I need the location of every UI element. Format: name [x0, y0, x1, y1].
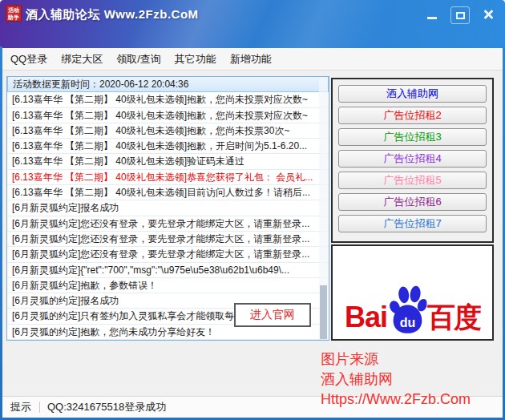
window-controls — [423, 6, 497, 24]
note-line-source: 图片来源 — [321, 349, 471, 370]
baidu-paw-icon: du — [388, 285, 426, 335]
list-item[interactable]: [6.13嘉年华 【第二期】 40级礼包未选领]抱歉，您尚未投票30次~ — [7, 123, 329, 139]
ad-button-slot-7[interactable]: 广告位招租7 — [338, 215, 487, 232]
maximize-button[interactable] — [450, 6, 470, 24]
app-window: 活动 助手 酒入辅助论坛 Www.2Fzb.CoM QQ登录 绑定大区 领取/查… — [0, 0, 505, 420]
menu-item-other-functions[interactable]: 其它功能 — [175, 52, 216, 67]
scrollbar-thumb[interactable] — [320, 285, 327, 339]
status-divider — [39, 402, 40, 413]
minimize-icon — [427, 17, 437, 19]
maximize-icon — [456, 12, 465, 19]
list-item[interactable]: [6.13嘉年华 【第二期】 40级礼包未选领]抱歉，您尚未投票对应次数~ — [7, 108, 329, 123]
baidu-ad-box[interactable]: Bai du 百度 — [331, 244, 494, 341]
menu-item-claim-query[interactable]: 领取/查询 — [116, 52, 161, 67]
menu-item-bind-region[interactable]: 绑定大区 — [61, 52, 103, 67]
note-line-url: Https://Www.2Fzb.Com — [321, 390, 471, 410]
enter-official-site-button[interactable]: 进入官网 — [234, 303, 311, 327]
vertical-scrollbar[interactable] — [319, 78, 328, 339]
window-frame-left — [0, 46, 2, 420]
close-icon — [483, 9, 494, 20]
baidu-logo-text-cn: 百度 — [427, 301, 480, 333]
app-icon: 活动 助手 — [6, 5, 22, 22]
ad-button-slot-4[interactable]: 广告位招租4 — [338, 150, 487, 168]
image-source-note: 图片来源 酒入辅助网 Https://Www.2Fzb.Com — [321, 349, 471, 410]
list-item[interactable]: [6.13嘉年华 【第二期】 40级礼包未选领]抱歉，您尚未投票对应次数~ — [7, 92, 329, 107]
title-bar: 活动 助手 酒入辅助论坛 Www.2Fzb.CoM — [0, 0, 505, 48]
list-item[interactable]: [6.13嘉年华 【第二期】 40级礼包未选领]恭喜您获得了礼包： 会员礼... — [7, 170, 329, 185]
baidu-logo: Bai du 百度 — [345, 285, 480, 333]
list-item[interactable]: [6.13嘉年华 【第二期】 40级礼包未选领]目前访问人数过多！请稍后... — [7, 185, 329, 200]
list-item[interactable]: [6月新灵狐约定]{"ret":"700","msg":"\u975e\u5e3… — [7, 263, 329, 278]
ad-button-slot-2[interactable]: 广告位招租2 — [338, 107, 487, 124]
list-item[interactable]: [6月新灵狐约定]您还没有登录，要先登录才能绑定大区，请重新登录... — [7, 232, 329, 247]
window-title: 酒入辅助论坛 Www.2Fzb.CoM — [26, 7, 199, 22]
svg-text:du: du — [399, 316, 415, 329]
list-item[interactable]: [6.13嘉年华 【第二期】 40级礼包未选领]抱歉，开启时间为5.1-6.20… — [7, 139, 329, 154]
ad-button-helper-site[interactable]: 酒入辅助网 — [338, 85, 487, 103]
status-label: 提示 — [2, 400, 39, 414]
list-item[interactable]: [6月新灵狐约定]您还没有登录，要先登录才能绑定大区，请重新登录... — [7, 247, 329, 262]
ad-panel: 酒入辅助网 广告位招租2 广告位招租3 广告位招租4 广告位招租5 广告位招租6… — [331, 78, 494, 243]
list-item[interactable]: 活动数据更新时间：2020-06-12 20:04:36 — [7, 77, 329, 92]
activity-log-list[interactable]: 活动数据更新时间：2020-06-12 20:04:36 [6.13嘉年华 【第… — [6, 76, 329, 341]
note-line-site: 酒入辅助网 — [321, 370, 471, 390]
app-icon-text-line2: 助手 — [6, 14, 21, 21]
list-item[interactable]: [6月新灵狐约定]抱歉，参数错误！ — [7, 278, 329, 293]
app-icon-text-line1: 活动 — [6, 6, 21, 14]
close-button[interactable] — [479, 6, 497, 22]
menu-item-qq-login[interactable]: QQ登录 — [10, 52, 47, 67]
menu-bar: QQ登录 绑定大区 领取/查询 其它功能 新增功能 — [0, 48, 505, 71]
baidu-logo-text-bai: Bai — [345, 301, 387, 333]
minimize-button[interactable] — [423, 6, 441, 22]
list-item[interactable]: [6月新灵狐约定]您还没有登录，要先登录才能绑定大区，请重新登录... — [7, 216, 329, 232]
list-item[interactable]: [6.13嘉年华 【第二期】 40级礼包未选领]验证码未通过 — [7, 154, 329, 169]
status-message: QQ:3241675518登录成功 — [47, 400, 166, 414]
menu-item-new-functions[interactable]: 新增功能 — [230, 52, 272, 67]
ad-button-slot-6[interactable]: 广告位招租6 — [338, 193, 487, 211]
ad-button-slot-3[interactable]: 广告位招租3 — [338, 128, 487, 146]
list-item[interactable]: [6月新灵狐约定]报名成功 — [7, 200, 329, 216]
ad-button-slot-5[interactable]: 广告位招租5 — [338, 172, 487, 189]
